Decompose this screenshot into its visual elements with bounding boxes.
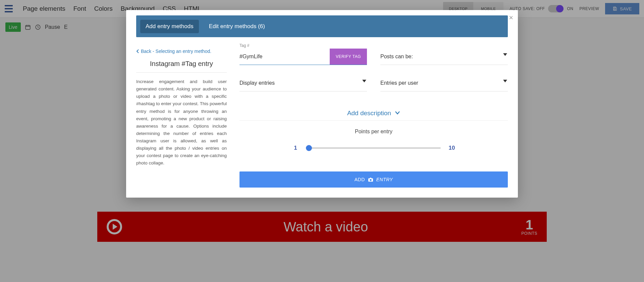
tag-field-label: Tag # bbox=[239, 43, 249, 48]
posts-can-be-label bbox=[380, 49, 508, 65]
camera-icon bbox=[368, 177, 374, 182]
modal-form: Tag # VERIFY TAG bbox=[239, 49, 508, 188]
verify-tag-button[interactable]: VERIFY TAG bbox=[330, 49, 367, 65]
points-per-entry-label: Points per entry bbox=[239, 129, 508, 135]
chevron-down-icon bbox=[503, 53, 507, 56]
add-entry-prefix: ADD bbox=[355, 177, 365, 182]
modal-heading: Instagram #Tag entry bbox=[136, 60, 227, 73]
display-entries-label bbox=[239, 75, 367, 91]
close-icon[interactable]: × bbox=[509, 13, 513, 22]
slider-min: 1 bbox=[290, 145, 301, 151]
points-per-entry: Points per entry 1 10 bbox=[239, 129, 508, 151]
add-entry-button[interactable]: ADD ENTRY bbox=[239, 171, 508, 188]
modal-tabs: Add entry methods Edit entry methods (6) bbox=[136, 15, 508, 37]
tag-input[interactable] bbox=[239, 49, 330, 65]
chevron-left-icon bbox=[136, 49, 140, 53]
posts-can-be-select[interactable] bbox=[380, 49, 508, 65]
back-link-label: Back - Selecting an entry method. bbox=[141, 49, 211, 54]
display-entries-select[interactable] bbox=[239, 75, 367, 91]
tag-field: Tag # VERIFY TAG bbox=[239, 49, 367, 65]
modal-description: Increase engagement and build user gener… bbox=[136, 78, 227, 167]
tab-add-entry-methods[interactable]: Add entry methods bbox=[140, 20, 199, 33]
points-slider[interactable] bbox=[307, 147, 441, 149]
chevron-down-icon bbox=[395, 109, 400, 117]
entries-per-user-label bbox=[380, 75, 508, 91]
chevron-down-icon bbox=[503, 80, 507, 82]
add-description-label: Add description bbox=[347, 110, 391, 117]
entries-per-user-select[interactable] bbox=[380, 75, 508, 91]
entry-method-modal: × Add entry methods Edit entry methods (… bbox=[126, 10, 518, 198]
slider-max: 10 bbox=[447, 145, 457, 151]
chevron-down-icon bbox=[362, 80, 366, 82]
add-description-link[interactable]: Add description bbox=[239, 101, 508, 121]
tab-edit-entry-methods[interactable]: Edit entry methods (6) bbox=[204, 20, 270, 33]
add-entry-suffix: ENTRY bbox=[376, 177, 393, 182]
back-link[interactable]: Back - Selecting an entry method. bbox=[136, 49, 227, 54]
slider-thumb[interactable] bbox=[306, 145, 312, 151]
modal-left-column: Back - Selecting an entry method. Instag… bbox=[136, 49, 227, 188]
svg-point-4 bbox=[370, 179, 372, 181]
